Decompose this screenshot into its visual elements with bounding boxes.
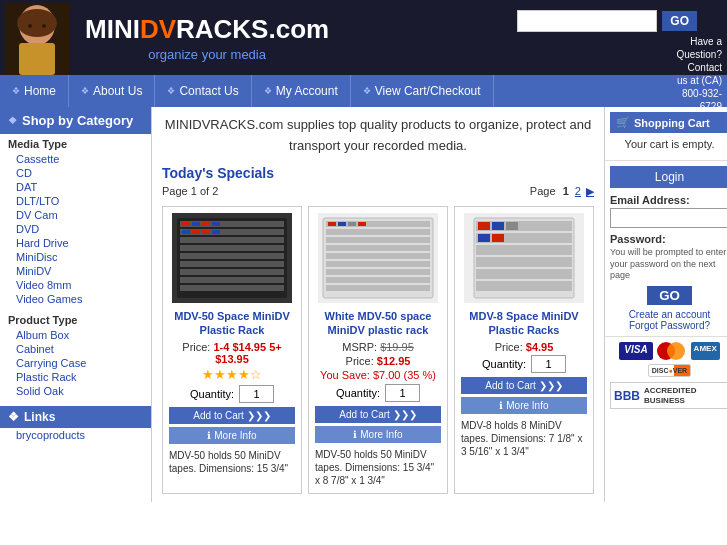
media-type-label: Media Type xyxy=(0,134,151,152)
product-image-2 xyxy=(464,213,584,303)
mc-orange-circle xyxy=(667,342,685,360)
svg-rect-34 xyxy=(326,277,430,283)
price-sale-1: $12.95 xyxy=(377,355,411,367)
sidebar-item-minidisc[interactable]: MiniDisc xyxy=(0,250,151,264)
price-range-0: 1-4 $14.95 5+ xyxy=(213,341,281,353)
product-desc-2: MDV-8 holds 8 MiniDV tapes. Dimensions: … xyxy=(461,419,587,458)
quantity-input-0[interactable] xyxy=(239,385,274,403)
savings-1: You Save: $7.00 (35 %) xyxy=(315,369,441,381)
sidebar-item-dvd[interactable]: DVD xyxy=(0,222,151,236)
more-info-button-2[interactable]: ℹ More Info xyxy=(461,397,587,414)
product-name-1[interactable]: White MDV-50 space MiniDV plastic rack xyxy=(315,309,441,338)
main-layout: ❖ Shop by Category Media Type Cassette C… xyxy=(0,107,727,502)
product-name-2[interactable]: MDV-8 Space MiniDV Plastic Racks xyxy=(461,309,587,338)
svg-rect-50 xyxy=(506,222,518,230)
search-input[interactable] xyxy=(517,10,657,32)
svg-rect-51 xyxy=(478,234,490,242)
quantity-input-2[interactable] xyxy=(531,355,566,373)
bbb-text: ACCREDITED BUSINESS xyxy=(644,386,725,405)
sidebar-item-video8mm[interactable]: Video 8mm xyxy=(0,278,151,292)
svg-rect-23 xyxy=(202,230,210,234)
page-count: Page 1 of 2 xyxy=(162,185,218,198)
email-input[interactable] xyxy=(610,208,727,228)
logo: MINIDVRACKS.com organize your media xyxy=(70,4,344,72)
svg-point-5 xyxy=(42,24,46,28)
sidebar-item-harddrive[interactable]: Hard Drive xyxy=(0,236,151,250)
sidebar-item-albumbox[interactable]: Album Box xyxy=(0,328,151,342)
svg-rect-20 xyxy=(212,222,220,226)
create-account-link[interactable]: Create an account xyxy=(610,309,727,320)
add-to-cart-button-0[interactable]: Add to Cart ❯❯❯ xyxy=(169,407,295,424)
svg-rect-52 xyxy=(492,234,504,242)
product-name-0[interactable]: MDV-50 Space MiniDV Plastic Rack xyxy=(169,309,295,338)
price-line-1: Price: $12.95 xyxy=(315,355,441,367)
price-sale-0: $13.95 xyxy=(215,353,249,365)
payment-section: VISA AMEX DISC●VER BBB ACCREDITED BUSINE… xyxy=(605,337,727,414)
more-info-button-0[interactable]: ℹ More Info xyxy=(169,427,295,444)
quantity-row-0: Quantity: xyxy=(169,385,295,403)
svg-rect-43 xyxy=(476,233,572,243)
svg-rect-29 xyxy=(326,237,430,243)
page-2-link[interactable]: 2 xyxy=(575,185,581,197)
svg-rect-30 xyxy=(326,245,430,251)
login-go-button[interactable]: GO xyxy=(647,286,692,305)
svg-rect-46 xyxy=(476,269,572,279)
svg-rect-31 xyxy=(326,253,430,259)
sidebar-item-videogames[interactable]: Video Games xyxy=(0,292,151,306)
links-arrow-icon: ❖ xyxy=(8,410,19,424)
password-label: Password: xyxy=(610,233,727,245)
nav-account[interactable]: ❖My Account xyxy=(252,75,351,107)
quantity-input-1[interactable] xyxy=(385,384,420,402)
sidebar-item-dat[interactable]: DAT xyxy=(0,180,151,194)
more-info-button-1[interactable]: ℹ More Info xyxy=(315,426,441,443)
product-grid: MDV-50 Space MiniDV Plastic Rack Price: … xyxy=(162,206,594,495)
bbb-logo: BBB xyxy=(614,389,640,403)
sidebar-item-minidv[interactable]: MiniDV xyxy=(0,264,151,278)
add-to-cart-button-2[interactable]: Add to Cart ❯❯❯ xyxy=(461,377,587,394)
logo-dv: DV xyxy=(140,14,176,44)
next-page-arrow[interactable]: ▶ xyxy=(586,185,594,197)
nav-contact[interactable]: ❖Contact Us xyxy=(155,75,251,107)
sidebar-item-carryingcase[interactable]: Carrying Case xyxy=(0,356,151,370)
nav-home[interactable]: ❖Home xyxy=(0,75,69,107)
sidebar-item-cabinet[interactable]: Cabinet xyxy=(0,342,151,356)
rack-image-svg-1 xyxy=(318,213,438,303)
add-to-cart-button-1[interactable]: Add to Cart ❯❯❯ xyxy=(315,406,441,423)
sidebar-link-brycoproducts[interactable]: brycoproducts xyxy=(0,428,151,442)
page-1-link[interactable]: 1 xyxy=(563,185,569,197)
svg-rect-2 xyxy=(19,43,55,75)
tagline: organize your media xyxy=(85,47,329,62)
product-type-label: Product Type xyxy=(0,310,151,328)
svg-rect-35 xyxy=(326,285,430,291)
svg-rect-28 xyxy=(326,229,430,235)
sidebar-item-solidoak[interactable]: Solid Oak xyxy=(0,384,151,398)
product-card-2: MDV-8 Space MiniDV Plastic Racks Price: … xyxy=(454,206,594,495)
svg-point-4 xyxy=(28,24,32,28)
login-button[interactable]: Login xyxy=(610,166,727,188)
rack-image-svg-2 xyxy=(464,213,584,303)
svg-rect-33 xyxy=(326,269,430,275)
sidebar-item-cd[interactable]: CD xyxy=(0,166,151,180)
sidebar-item-dlt[interactable]: DLT/LTO xyxy=(0,194,151,208)
discover-icon: DISC●VER xyxy=(648,364,691,377)
forgot-password-link[interactable]: Forgot Password? xyxy=(610,320,727,331)
svg-rect-48 xyxy=(478,222,490,230)
svg-rect-39 xyxy=(358,222,366,226)
nav-about[interactable]: ❖About Us xyxy=(69,75,155,107)
header: MINIDVRACKS.com organize your media GO H… xyxy=(0,0,727,75)
product-card-1: White MDV-50 space MiniDV plastic rack M… xyxy=(308,206,448,495)
bbb-section: BBB ACCREDITED BUSINESS xyxy=(610,382,727,409)
sidebar-item-dvcam[interactable]: DV Cam xyxy=(0,208,151,222)
sidebar-item-cassette[interactable]: Cassette xyxy=(0,152,151,166)
category-header: ❖ Shop by Category xyxy=(0,107,151,134)
svg-rect-16 xyxy=(180,285,284,291)
cart-icon: 🛒 xyxy=(616,116,630,129)
nav-arrow-icon: ❖ xyxy=(363,86,371,96)
page-info: Page 1 of 2 Page 1 2 ▶ xyxy=(162,185,594,198)
svg-rect-14 xyxy=(180,269,284,275)
nav-cart[interactable]: ❖View Cart/Checkout xyxy=(351,75,494,107)
svg-rect-22 xyxy=(192,230,200,234)
sidebar-item-plastrack[interactable]: Plastic Rack xyxy=(0,370,151,384)
search-go-button[interactable]: GO xyxy=(662,11,697,31)
svg-rect-32 xyxy=(326,261,430,267)
